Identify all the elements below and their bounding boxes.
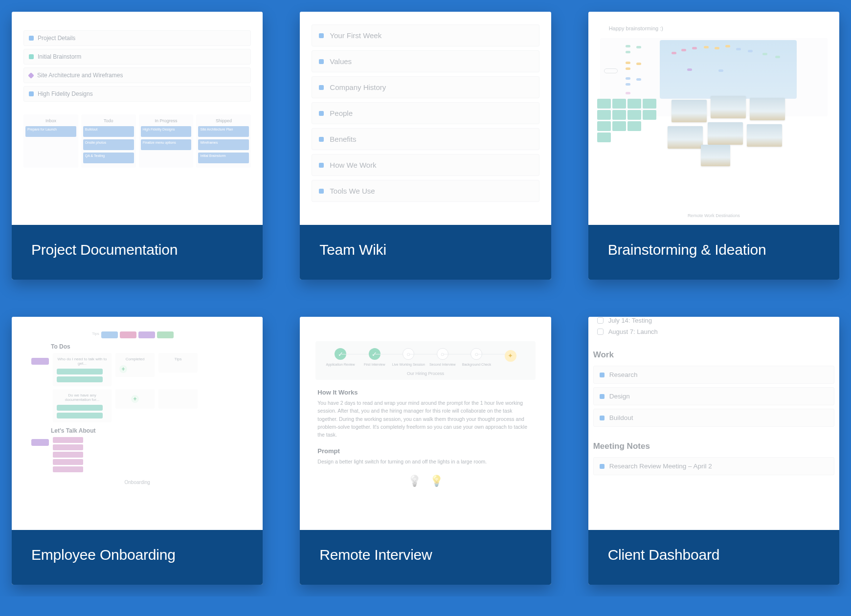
list-item: Project Details bbox=[23, 30, 251, 46]
page-icon bbox=[29, 91, 34, 96]
page-icon bbox=[600, 416, 605, 420]
heading: Prompt bbox=[317, 447, 533, 455]
card-title: Project Documentation bbox=[12, 225, 263, 280]
check-icon: ✓ bbox=[335, 348, 346, 360]
card-title: Team Wiki bbox=[300, 225, 551, 280]
page-icon bbox=[319, 137, 324, 142]
card-title: Brainstorming & Ideation bbox=[588, 225, 839, 280]
world-map bbox=[660, 40, 797, 99]
template-card-employee-onboarding[interactable]: Tips To Dos Who do I need to talk with t… bbox=[12, 317, 263, 585]
caption: Remote Work Destinations bbox=[588, 213, 839, 218]
checklist-item: July 14: Testing bbox=[597, 317, 834, 324]
card-preview: ✓Application Review ✓First Interview ○Li… bbox=[300, 317, 551, 530]
list-item: Values bbox=[312, 50, 539, 72]
template-card-brainstorming-ideation[interactable]: Happy brainstorming :) bbox=[588, 12, 839, 280]
template-card-remote-interview[interactable]: ✓Application Review ✓First Interview ○Li… bbox=[300, 317, 551, 585]
checkbox-icon bbox=[597, 329, 604, 335]
card-preview: Happy brainstorming :) bbox=[588, 12, 839, 225]
lightbulb-off-icon: 💡 bbox=[408, 475, 421, 487]
add-icon: + bbox=[131, 395, 139, 403]
hiring-process-steps: ✓Application Review ✓First Interview ○Li… bbox=[315, 341, 535, 380]
step-icon: ○ bbox=[403, 348, 414, 360]
list-item: Tools We Use bbox=[312, 180, 539, 202]
checklist-item: August 7: Launch bbox=[597, 328, 834, 335]
kanban-board: Inbox Prepare for Launch Todo Buildout O… bbox=[23, 114, 251, 168]
list-item: Initial Brainstorm bbox=[23, 49, 251, 65]
section-heading: Meeting Notes bbox=[593, 441, 834, 451]
card-title: Client Dashboard bbox=[588, 530, 839, 585]
page-icon bbox=[600, 394, 605, 399]
star-icon: ✦ bbox=[505, 350, 516, 362]
template-card-client-dashboard[interactable]: July 14: Testing August 7: Launch Work R… bbox=[588, 317, 839, 585]
card-preview: Project Details Initial Brainstorm Site … bbox=[12, 12, 263, 225]
page-icon bbox=[319, 59, 324, 64]
card-preview: Tips To Dos Who do I need to talk with t… bbox=[12, 317, 263, 530]
template-grid: Project Details Initial Brainstorm Site … bbox=[12, 12, 839, 585]
list-item: Company History bbox=[312, 76, 539, 98]
check-icon: ✓ bbox=[369, 348, 381, 360]
list-item: Research Review Meeting – April 2 bbox=[593, 457, 834, 475]
page-icon bbox=[29, 54, 34, 59]
section-heading: Let's Talk About bbox=[51, 427, 251, 434]
page-icon bbox=[319, 189, 324, 194]
add-icon: + bbox=[119, 365, 127, 373]
page-icon bbox=[29, 36, 34, 41]
template-card-project-documentation[interactable]: Project Details Initial Brainstorm Site … bbox=[12, 12, 263, 280]
mindmap bbox=[604, 42, 658, 101]
paragraph: Design a better light switch for turning… bbox=[317, 458, 533, 465]
heading: How It Works bbox=[317, 389, 533, 396]
section-heading: Work bbox=[593, 350, 834, 360]
page-icon bbox=[319, 163, 324, 168]
canvas-heading: Happy brainstorming :) bbox=[609, 25, 828, 31]
photo-collage bbox=[672, 96, 808, 154]
card-preview: July 14: Testing August 7: Launch Work R… bbox=[588, 317, 839, 530]
card-preview: Your First Week Values Company History P… bbox=[300, 12, 551, 225]
list-item: Benefits bbox=[312, 128, 539, 150]
page-icon bbox=[319, 111, 324, 116]
list-item: People bbox=[312, 102, 539, 124]
page-icon bbox=[319, 33, 324, 38]
lightbulb-on-icon: 💡 bbox=[430, 475, 443, 487]
card-title: Employee Onboarding bbox=[12, 530, 263, 585]
section-heading: To Dos bbox=[51, 343, 251, 350]
list-item: Buildout bbox=[593, 409, 834, 427]
caption: Onboarding bbox=[23, 480, 251, 485]
paragraph: You have 2 days to read and wrap your mi… bbox=[317, 399, 533, 439]
list-item: High Fidelity Designs bbox=[23, 86, 251, 102]
step-icon: ○ bbox=[437, 348, 448, 360]
list-item: Site Architecture and Wireframes bbox=[23, 67, 251, 83]
lightbulb-icons: 💡💡 bbox=[312, 475, 539, 487]
page-icon bbox=[319, 85, 324, 90]
page-icon bbox=[28, 72, 34, 79]
caption: Our Hiring Process bbox=[320, 371, 530, 376]
list-item: Design bbox=[593, 387, 834, 405]
page-icon bbox=[600, 464, 605, 469]
list-item: How We Work bbox=[312, 154, 539, 176]
template-card-team-wiki[interactable]: Your First Week Values Company History P… bbox=[300, 12, 551, 280]
list-item: Research bbox=[593, 366, 834, 384]
checkbox-icon bbox=[597, 317, 604, 324]
page-icon bbox=[600, 373, 605, 377]
sticky-grid bbox=[597, 99, 656, 142]
step-icon: ○ bbox=[470, 348, 482, 360]
card-title: Remote Interview bbox=[300, 530, 551, 585]
sticky-stack bbox=[53, 437, 83, 474]
list-item: Your First Week bbox=[312, 24, 539, 46]
